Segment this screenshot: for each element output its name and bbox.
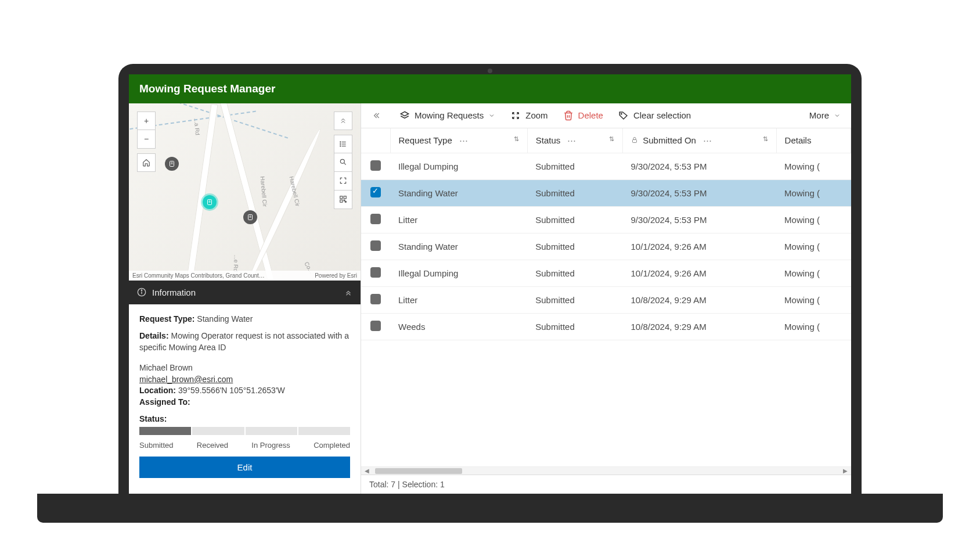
clear-selection-button[interactable]: Clear selection: [618, 110, 691, 121]
cell-submitted: 9/30/2024, 5:53 PM: [623, 153, 777, 179]
map-feature-pin[interactable]: [243, 210, 257, 224]
status-bar: [139, 427, 350, 435]
footer-sel-label: Selection:: [402, 480, 438, 489]
clear-label: Clear selection: [633, 110, 691, 120]
info-panel-title: Information: [152, 288, 196, 297]
map-attribution: Esri Community Maps Contributors, Grand …: [129, 271, 361, 281]
row-checkbox[interactable]: [370, 240, 381, 251]
cell-submitted: 10/8/2024, 9:29 AM: [623, 313, 777, 340]
scroll-thumb[interactable]: [375, 468, 462, 474]
svg-rect-19: [340, 200, 343, 202]
table-row[interactable]: Standing WaterSubmitted10/1/2024, 9:26 A…: [361, 233, 851, 260]
cell-details: Mowing (: [776, 206, 851, 233]
laptop-frame: Mowing Request Manager Harebell Cir Hare…: [118, 64, 862, 494]
table-body: Illegal DumpingSubmitted9/30/2024, 5:53 …: [361, 153, 851, 340]
row-checkbox[interactable]: [370, 187, 381, 197]
sort-icon[interactable]: ⇅: [609, 135, 614, 143]
info-contact-email-link[interactable]: michael_brown@esri.com: [139, 375, 233, 384]
cell-status: Submitted: [527, 206, 622, 233]
info-contact: Michael Brown michael_brown@esri.com Loc…: [139, 362, 350, 408]
table-container[interactable]: Request Type ⇅ ⋯ Status ⇅ ⋯: [361, 128, 851, 466]
map-feature-pin[interactable]: [165, 157, 179, 171]
more-dots-icon[interactable]: ⋯: [703, 135, 712, 145]
cell-status: Submitted: [527, 233, 622, 260]
more-menu[interactable]: More: [809, 110, 841, 120]
requests-table: Request Type ⇅ ⋯ Status ⇅ ⋯: [361, 128, 851, 340]
cell-details: Mowing (: [776, 313, 851, 340]
cell-submitted: 10/1/2024, 9:26 AM: [623, 260, 777, 286]
cell-type: Standing Water: [390, 179, 527, 206]
layer-selector[interactable]: Mowing Requests: [399, 110, 495, 121]
collapse-panel-icon[interactable]: [372, 111, 384, 120]
zoom-out-button[interactable]: −: [137, 130, 156, 149]
info-icon: [137, 288, 146, 297]
row-checkbox[interactable]: [370, 160, 381, 171]
app-screen: Mowing Request Manager Harebell Cir Hare…: [129, 74, 851, 494]
table-row[interactable]: LitterSubmitted9/30/2024, 5:53 PMMowing …: [361, 206, 851, 233]
qr-button[interactable]: [334, 191, 352, 209]
cell-details: Mowing (: [776, 153, 851, 179]
info-details: Details: Mowing Operator request is not …: [139, 330, 350, 353]
zoom-in-button[interactable]: +: [137, 112, 156, 130]
home-button[interactable]: [137, 153, 156, 172]
col-details[interactable]: Details: [776, 128, 851, 153]
edit-button[interactable]: Edit: [139, 457, 350, 478]
col-status[interactable]: Status ⇅ ⋯: [527, 128, 622, 153]
scroll-left-arrow[interactable]: ◀: [365, 468, 369, 474]
road-label: ...e Rd: [232, 254, 239, 272]
more-dots-icon[interactable]: ⋯: [459, 135, 468, 145]
sort-icon[interactable]: ⇅: [514, 135, 519, 143]
status-seg-completed: [298, 427, 350, 435]
map-view[interactable]: Harebell Cir Harebell Cir ...a Rd ...e R…: [129, 103, 361, 281]
sort-icon[interactable]: ⇅: [763, 135, 768, 143]
attribution-right: Powered by Esri: [315, 272, 357, 279]
status-step-label: Completed: [314, 441, 350, 450]
footer-total-value: 7: [391, 480, 395, 489]
zoom-to-button[interactable]: Zoom: [510, 110, 547, 121]
row-checkbox[interactable]: [370, 267, 381, 278]
row-checkbox[interactable]: [370, 214, 381, 224]
cell-submitted: 9/30/2024, 5:53 PM: [623, 179, 777, 206]
cell-details: Mowing (: [776, 260, 851, 286]
trash-icon: [563, 110, 574, 121]
cell-status: Submitted: [527, 286, 622, 313]
table-row[interactable]: LitterSubmitted10/8/2024, 9:29 AMMowing …: [361, 286, 851, 313]
cell-status: Submitted: [527, 179, 622, 206]
status-seg-submitted: [139, 427, 191, 435]
col-select[interactable]: [361, 128, 390, 153]
layers-icon: [399, 110, 410, 121]
attribution-left: Esri Community Maps Contributors, Grand …: [132, 272, 265, 279]
row-checkbox[interactable]: [370, 294, 381, 304]
table-row[interactable]: Standing WaterSubmitted9/30/2024, 5:53 P…: [361, 179, 851, 206]
cell-type: Illegal Dumping: [390, 153, 527, 179]
info-panel-header[interactable]: Information: [129, 281, 361, 304]
scroll-right-arrow[interactable]: ▶: [843, 468, 848, 474]
table-toolbar: Mowing Requests Zoom: [361, 103, 851, 128]
zoom-to-icon: [510, 110, 521, 121]
fullscreen-button[interactable]: [334, 172, 352, 191]
layer-list-button[interactable]: [334, 135, 352, 153]
cell-status: Submitted: [527, 260, 622, 286]
col-request-type[interactable]: Request Type ⇅ ⋯: [390, 128, 527, 153]
col-submitted-on[interactable]: Submitted On ⇅ ⋯: [623, 128, 777, 153]
map-feature-pin-selected[interactable]: [203, 195, 217, 209]
expand-button[interactable]: [334, 112, 352, 130]
table-row[interactable]: WeedsSubmitted10/8/2024, 9:29 AMMowing (: [361, 313, 851, 340]
cell-type: Litter: [390, 206, 527, 233]
lock-icon: [631, 135, 640, 145]
app-title: Mowing Request Manager: [139, 82, 275, 95]
horizontal-scrollbar[interactable]: ◀ ▶: [361, 466, 851, 475]
table-row[interactable]: Illegal DumpingSubmitted10/1/2024, 9:26 …: [361, 260, 851, 286]
chevron-down-icon: [488, 112, 495, 119]
cell-details: Mowing (: [776, 179, 851, 206]
status-stepper: Status: Submitted Received In Progress C…: [139, 414, 350, 450]
collapse-up-icon[interactable]: [344, 288, 352, 296]
more-dots-icon[interactable]: ⋯: [567, 135, 576, 145]
row-checkbox[interactable]: [370, 321, 381, 331]
search-button[interactable]: [334, 153, 352, 172]
map-zoom-controls: + −: [137, 112, 156, 172]
table-row[interactable]: Illegal DumpingSubmitted9/30/2024, 5:53 …: [361, 153, 851, 179]
zoom-label: Zoom: [525, 110, 547, 120]
status-label: Status:: [139, 414, 167, 423]
delete-button[interactable]: Delete: [563, 110, 603, 121]
